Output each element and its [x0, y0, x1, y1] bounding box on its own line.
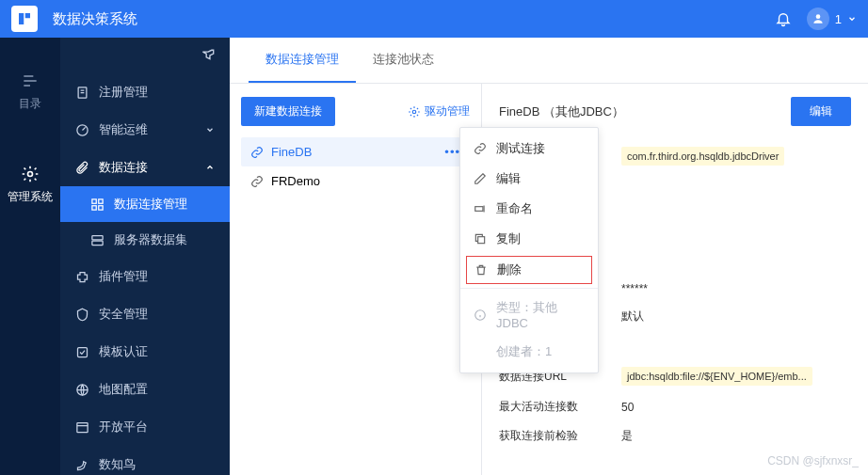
svg-point-1 [28, 172, 33, 177]
sidebar-sub-conn-mgmt[interactable]: 数据连接管理 [60, 186, 230, 222]
chevron-up-icon [205, 163, 215, 172]
chevron-down-icon [847, 14, 857, 24]
sidebar-item-plugin[interactable]: 插件管理 [60, 258, 230, 295]
ctx-test-connection[interactable]: 测试连接 [460, 134, 598, 164]
detail-title: FineDB （其他JDBC） [499, 103, 624, 120]
svg-point-13 [412, 110, 416, 114]
bird-icon [75, 458, 89, 472]
doc-icon [75, 86, 89, 100]
rail-label: 管理系统 [8, 189, 53, 205]
ctx-info-creator: 创建者：1 [460, 337, 598, 367]
driver-mgmt-button[interactable]: 驱动管理 [408, 103, 470, 119]
sidebar-item-openplatform[interactable]: 开放平台 [60, 408, 230, 446]
sidebar-list: 注册管理 智能运维 数据连接 数据连接管理 服务器数据集 [60, 38, 230, 475]
sidebar: 注册管理 智能运维 数据连接 数据连接管理 服务器数据集 [60, 38, 230, 475]
trash-icon [474, 263, 488, 277]
pencil-icon [474, 172, 487, 185]
user-name: 1 [835, 12, 842, 26]
radar-icon [75, 123, 89, 137]
ctx-delete[interactable]: 删除 [466, 256, 592, 284]
top-header: 数据决策系统 1 [0, 0, 868, 38]
sidebar-sub-server-dataset[interactable]: 服务器数据集 [60, 222, 230, 258]
rail-item-catalog[interactable]: 目录 [0, 64, 60, 119]
sidebar-item-register[interactable]: 注册管理 [60, 73, 230, 111]
svg-rect-15 [478, 237, 485, 244]
globe-icon [75, 383, 89, 397]
tab-bar: 数据连接管理 连接池状态 [230, 38, 868, 84]
user-menu[interactable]: 1 [807, 8, 857, 30]
sidebar-item-template[interactable]: 模板认证 [60, 333, 230, 371]
server-icon [90, 233, 104, 247]
rail-item-system[interactable]: 管理系统 [0, 157, 60, 213]
detail-row-maxactive: 最大活动连接数 50 [499, 399, 851, 415]
svg-rect-4 [92, 198, 96, 202]
panel-toolbar: 新建数据连接 驱动管理 [241, 97, 470, 126]
svg-rect-10 [78, 347, 88, 356]
shield-icon [75, 308, 89, 322]
app-title: 数据决策系统 [53, 10, 775, 28]
gear-icon [21, 165, 40, 183]
header-actions: 1 [775, 8, 857, 30]
svg-rect-8 [92, 235, 103, 239]
svg-rect-9 [92, 241, 103, 245]
gear-icon [408, 105, 421, 119]
sidebar-item-ops[interactable]: 智能运维 [60, 111, 230, 149]
left-rail: 目录 管理系统 [0, 38, 60, 475]
connection-list-panel: 新建数据连接 驱动管理 FineDB ••• FRDemo [230, 84, 482, 475]
svg-rect-6 [92, 205, 96, 209]
ctx-edit[interactable]: 编辑 [460, 164, 598, 194]
tab-pool-status[interactable]: 连接池状态 [356, 38, 451, 83]
ctx-rename[interactable]: 重命名 [460, 194, 598, 224]
user-avatar-icon [807, 8, 829, 30]
badge-icon [75, 345, 89, 359]
pin-icon[interactable] [201, 47, 217, 62]
divider [460, 288, 598, 289]
sidebar-item-bird[interactable]: 数知鸟 [60, 446, 230, 475]
edit-button[interactable]: 编辑 [791, 97, 851, 126]
context-menu: 测试连接 编辑 重命名 复制 删除 类型：其他JDBC 创建者：1 [459, 127, 599, 373]
svg-rect-14 [475, 207, 483, 212]
info-icon [474, 309, 487, 322]
connection-item-finedb[interactable]: FineDB ••• [241, 137, 470, 166]
tab-conn-mgmt[interactable]: 数据连接管理 [249, 38, 356, 83]
main-container: 目录 管理系统 注册管理 智能运维 数据连接 [0, 38, 868, 475]
rail-label: 目录 [19, 96, 41, 112]
ctx-copy[interactable]: 复制 [460, 224, 598, 254]
svg-point-0 [815, 14, 820, 19]
sidebar-item-dataconn[interactable]: 数据连接 [60, 149, 230, 186]
svg-rect-7 [99, 205, 103, 209]
puzzle-icon [75, 270, 89, 284]
detail-header: FineDB （其他JDBC） 编辑 [499, 97, 851, 126]
svg-rect-5 [99, 198, 103, 202]
chevron-down-icon [205, 125, 215, 135]
ctx-info-type: 类型：其他JDBC [460, 293, 598, 337]
link-icon [250, 146, 264, 159]
sidebar-item-security[interactable]: 安全管理 [60, 295, 230, 333]
sidebar-item-map[interactable]: 地图配置 [60, 371, 230, 408]
more-icon[interactable]: ••• [444, 145, 460, 159]
list-icon [21, 71, 40, 90]
app-logo [11, 6, 38, 32]
watermark: CSDN @sjfxnxsr_ [767, 454, 859, 467]
attach-icon [75, 161, 89, 175]
grid-icon [90, 198, 104, 212]
link-icon [474, 142, 487, 155]
svg-rect-12 [77, 422, 88, 432]
connection-item-frdemo[interactable]: FRDemo [241, 166, 470, 196]
notification-icon[interactable] [775, 10, 792, 27]
rename-icon [474, 202, 487, 215]
new-connection-button[interactable]: 新建数据连接 [241, 97, 335, 126]
window-icon [75, 420, 89, 435]
copy-icon [474, 232, 487, 245]
link-icon [250, 175, 264, 188]
detail-row-precheck: 获取连接前检验 是 [499, 428, 851, 444]
